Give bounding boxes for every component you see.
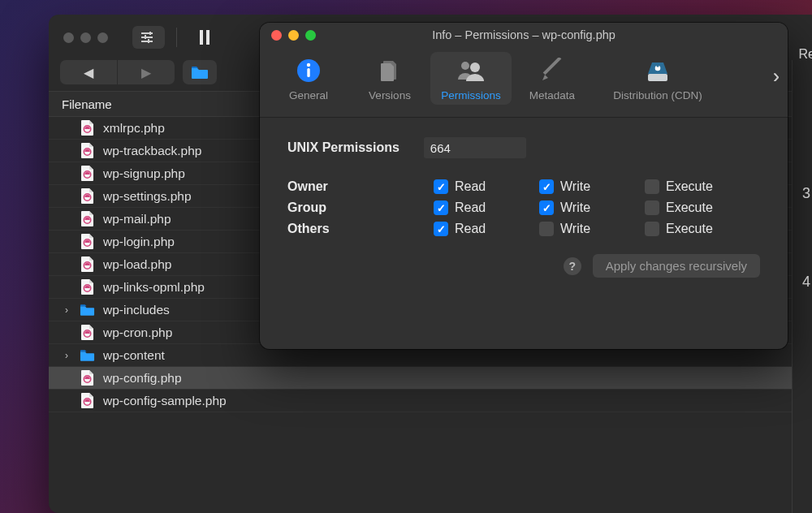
right-number-1: 3 [802, 185, 810, 202]
perm-col-label: Execute [666, 222, 713, 236]
php-file-icon [80, 392, 95, 410]
main-close-dot[interactable] [63, 32, 74, 43]
perm-col-label: Read [455, 222, 486, 236]
php-file-icon [80, 278, 95, 296]
svg-rect-6 [200, 30, 203, 45]
folder-icon [80, 347, 95, 364]
php-file-icon [80, 142, 95, 160]
drive-icon [646, 57, 670, 84]
file-name-label: wp-config-sample.php [103, 394, 227, 408]
main-min-dot[interactable] [80, 32, 91, 43]
perm-owner-write: Write [539, 179, 645, 194]
main-traffic-lights [63, 32, 108, 43]
perm-group-write: Write [539, 200, 645, 215]
permissions-grid: OwnerReadWriteExecuteGroupReadWriteExecu… [287, 179, 760, 236]
svg-rect-20 [307, 68, 309, 77]
file-name-label: wp-login.php [103, 235, 175, 249]
tab-distribution-label: Distribution (CDN) [613, 89, 702, 101]
checkbox-group-read[interactable] [434, 200, 448, 215]
perm-col-label: Write [560, 200, 590, 215]
column-header-label: Filename [62, 97, 112, 111]
perm-col-label: Write [560, 179, 590, 194]
php-file-icon [80, 256, 95, 274]
disclosure-triangle-icon[interactable]: › [62, 350, 71, 361]
tab-permissions-label: Permissions [441, 89, 501, 101]
php-file-icon [80, 188, 95, 205]
svg-point-22 [461, 62, 469, 70]
pencil-icon [539, 57, 565, 84]
unix-permissions-label: UNIX Permissions [287, 140, 400, 155]
checkbox-others-write[interactable] [539, 222, 554, 236]
unix-permissions-row: UNIX Permissions [287, 137, 760, 158]
main-max-dot[interactable] [97, 32, 108, 43]
svg-rect-26 [648, 74, 667, 81]
perm-row-label-others: Others [287, 222, 434, 236]
svg-marker-25 [542, 75, 548, 80]
info-zoom-button[interactable] [305, 30, 316, 41]
php-file-icon [80, 369, 95, 387]
file-name-label: wp-links-opml.php [103, 280, 205, 295]
perm-col-label: Execute [666, 179, 713, 194]
users-icon [456, 57, 486, 84]
svg-rect-5 [148, 39, 149, 43]
file-name-label: wp-trackback.php [103, 144, 201, 158]
file-name-label: wp-content [103, 348, 165, 363]
toolbar-divider [176, 28, 177, 47]
file-name-label: wp-settings.php [103, 189, 192, 204]
svg-rect-7 [206, 30, 209, 45]
tab-distribution[interactable]: Distribution (CDN) [593, 52, 723, 105]
checkbox-others-read[interactable] [434, 222, 448, 236]
nav-back-button[interactable]: ◀ [60, 60, 117, 84]
tab-versions[interactable]: Versions [349, 52, 430, 105]
file-name-label: wp-signup.php [103, 166, 185, 181]
info-toolbar: General Versions Permissions Metadata Di… [260, 47, 788, 118]
svg-rect-4 [145, 35, 146, 39]
path-folder-chip[interactable] [183, 60, 217, 84]
info-close-button[interactable] [271, 30, 282, 41]
nav-forward-button[interactable]: ▶ [117, 60, 175, 84]
checkbox-group-execute[interactable] [645, 200, 659, 215]
nav-segmented: ◀ ▶ [60, 60, 175, 84]
php-file-icon [80, 233, 95, 251]
tab-general-label: General [289, 89, 328, 101]
disclosure-triangle-icon[interactable]: › [62, 304, 71, 316]
php-file-icon [80, 119, 95, 137]
perm-col-label: Write [560, 222, 590, 236]
svg-point-23 [470, 63, 480, 72]
info-footer: ? Apply changes recursively [287, 254, 760, 278]
file-row[interactable]: wp-config.php [49, 367, 812, 390]
info-minimize-button[interactable] [288, 30, 299, 41]
perm-col-label: Read [455, 179, 486, 194]
perm-group-execute: Execute [645, 200, 758, 215]
right-column-strip: 3 4 [792, 60, 812, 513]
info-body: UNIX Permissions OwnerReadWriteExecuteGr… [260, 118, 788, 292]
apply-recursively-button[interactable]: Apply changes recursively [593, 254, 760, 278]
tab-general[interactable]: General [268, 52, 349, 105]
perm-others-read: Read [434, 222, 539, 236]
perm-others-execute: Execute [645, 222, 758, 236]
tab-metadata-label: Metadata [529, 89, 575, 101]
perm-row-label-owner: Owner [287, 179, 434, 194]
checkbox-owner-write[interactable] [539, 179, 554, 194]
perm-others-write: Write [539, 222, 645, 236]
toolbar-settings-icon[interactable] [132, 26, 165, 49]
file-name-label: xmlrpc.php [103, 121, 165, 136]
svg-rect-2 [141, 41, 153, 42]
toolbar-overflow-icon[interactable]: ›› [763, 52, 780, 88]
checkbox-owner-read[interactable] [434, 179, 448, 194]
folder-icon [80, 301, 95, 319]
tab-metadata[interactable]: Metadata [512, 52, 593, 105]
unix-permissions-input[interactable] [424, 137, 526, 158]
documents-icon [377, 57, 403, 84]
help-button[interactable]: ? [564, 257, 581, 275]
toolbar-bookmark-icon[interactable] [188, 26, 221, 49]
checkbox-group-write[interactable] [539, 200, 554, 215]
perm-owner-read: Read [434, 179, 539, 194]
checkbox-owner-execute[interactable] [645, 179, 659, 194]
php-file-icon [80, 324, 95, 342]
svg-rect-3 [149, 32, 151, 35]
checkbox-others-execute[interactable] [645, 222, 659, 236]
file-row[interactable]: wp-config-sample.php [49, 390, 812, 412]
tab-permissions[interactable]: Permissions [430, 52, 512, 105]
info-window: Info – Permissions – wp-config.php Gener… [260, 23, 788, 349]
